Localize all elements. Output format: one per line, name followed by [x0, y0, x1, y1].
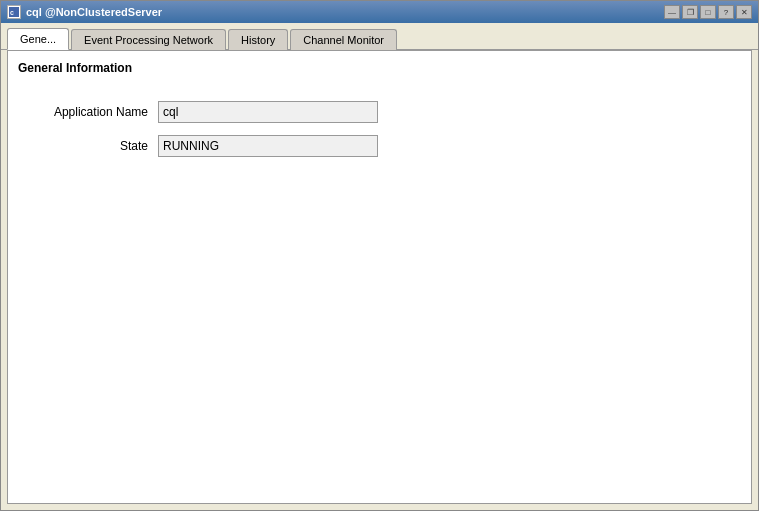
- close-button[interactable]: ✕: [736, 5, 752, 19]
- tab-history[interactable]: History: [228, 29, 288, 50]
- restore-button[interactable]: ❐: [682, 5, 698, 19]
- content-area: General Information Application Name Sta…: [7, 50, 752, 504]
- window-controls: — ❐ □ ? ✕: [664, 5, 752, 19]
- application-name-label: Application Name: [38, 105, 158, 119]
- section-title: General Information: [18, 61, 741, 75]
- main-window: c cql @NonClusteredServer — ❐ □ ? ✕ Gene…: [0, 0, 759, 511]
- state-label: State: [38, 139, 158, 153]
- application-name-input[interactable]: [158, 101, 378, 123]
- state-input[interactable]: [158, 135, 378, 157]
- tab-bar: Gene... Event Processing Network History…: [1, 23, 758, 50]
- window-title: cql @NonClusteredServer: [26, 6, 162, 18]
- maximize-button[interactable]: □: [700, 5, 716, 19]
- tab-channel-monitor[interactable]: Channel Monitor: [290, 29, 397, 50]
- form-row-state: State: [38, 135, 721, 157]
- title-bar: c cql @NonClusteredServer — ❐ □ ? ✕: [1, 1, 758, 23]
- form-row-application-name: Application Name: [38, 101, 721, 123]
- tab-general[interactable]: Gene...: [7, 28, 69, 50]
- form-area: Application Name State: [18, 91, 741, 179]
- svg-text:c: c: [10, 9, 14, 16]
- app-icon: c: [7, 5, 21, 19]
- help-button[interactable]: ?: [718, 5, 734, 19]
- title-bar-left: c cql @NonClusteredServer: [7, 5, 162, 19]
- tab-epn[interactable]: Event Processing Network: [71, 29, 226, 50]
- minimize-button[interactable]: —: [664, 5, 680, 19]
